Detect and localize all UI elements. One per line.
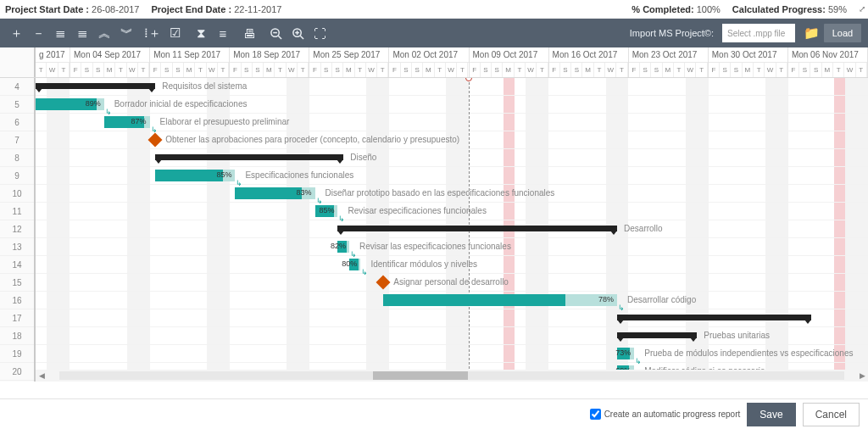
task-label: Desarrollo [624, 224, 663, 233]
row-number: 8 [0, 149, 34, 167]
row-number: 20 [0, 363, 34, 381]
task-label: Diseño [350, 153, 376, 162]
progress-pct: 85% [216, 170, 231, 179]
task-bar[interactable]: 83% [235, 187, 314, 199]
file-input[interactable]: Select .mpp file [722, 24, 795, 42]
load-button[interactable]: Load [824, 24, 861, 42]
start-date-value: 26-08-2017 [92, 4, 139, 14]
progress-pct: 87% [131, 117, 146, 125]
task-label: Revisar las especificaciones funcionales [359, 242, 511, 251]
dependency-arrow-icon: ↳ [635, 357, 642, 365]
row-number: 14 [0, 256, 34, 274]
dependency-arrow-icon: ↳ [361, 268, 368, 276]
task-label: Asignar personal de desarrollo [393, 277, 509, 287]
row-number: 4 [0, 78, 34, 96]
start-date-label: Project Start Date : [5, 4, 89, 14]
task-bar[interactable]: 82% [337, 241, 348, 253]
progress-pct: 82% [331, 242, 346, 250]
row-number: 6 [0, 114, 34, 131]
progress-pct: 73% [615, 348, 631, 357]
info-bar: Project Start Date : 26-08-2017 Project … [0, 0, 868, 19]
dependency-arrow-icon: ↳ [618, 304, 625, 312]
pct-completed-value: 100% [697, 4, 721, 14]
task-bar[interactable]: 80% [349, 259, 360, 270]
remove-icon[interactable]: － [29, 24, 47, 42]
pct-completed-label: % Completed: [632, 4, 693, 14]
collapse-icon[interactable]: ⤢ [859, 4, 863, 14]
row-number: 15 [0, 274, 34, 292]
toolbar: ＋ － ≣ ≣ ︽ ︾ ⁞＋ ☑ ⧗ ≡ 🖶 ⛶ Import MS Proje… [0, 19, 868, 47]
task-label: Borrador inicial de especificaciones [114, 99, 248, 109]
week-label: Mon 04 Sep 2017 [70, 47, 149, 63]
auto-report-checkbox[interactable]: Create an automatic progress report [590, 409, 741, 420]
auto-report-input[interactable] [590, 409, 601, 420]
progress-pct: 80% [342, 259, 357, 268]
svg-line-1 [278, 36, 281, 39]
indent-icon[interactable]: ≣ [73, 24, 92, 42]
add-column-icon[interactable]: ⁞＋ [143, 24, 162, 42]
task-label: Revisar especificaciones funcionales [348, 206, 486, 215]
move-down-icon[interactable]: ︾ [117, 24, 136, 42]
task-label: Especificaciones funcionales [245, 170, 353, 180]
week-label: Mon 25 Sep 2017 [309, 47, 388, 63]
timeline-header: g 2017TWTMon 04 Sep 2017FSSMTWTMon 11 Se… [0, 47, 868, 78]
save-button[interactable]: Save [747, 403, 795, 426]
highlight-icon[interactable]: ⧗ [192, 24, 210, 42]
summary-bar[interactable] [36, 83, 155, 89]
svg-line-4 [300, 36, 303, 39]
gantt-chart[interactable]: 4567891011121314151617181920 Requisitos … [0, 78, 868, 382]
add-icon[interactable]: ＋ [7, 24, 25, 42]
zoom-in-icon[interactable] [288, 24, 307, 42]
cancel-button[interactable]: Cancel [803, 403, 860, 426]
task-bar[interactable]: 85% [315, 205, 338, 217]
scroll-thumb[interactable] [373, 371, 467, 380]
task-label: Elaborar el presupuesto preliminar [160, 117, 290, 126]
zoom-out-icon[interactable] [266, 24, 285, 42]
row-number: 19 [0, 345, 34, 363]
progress-pct: 85% [319, 206, 334, 214]
move-up-icon[interactable]: ︽ [95, 24, 114, 42]
row-number: 18 [0, 327, 34, 345]
task-bar[interactable]: 78% [383, 294, 617, 306]
progress-pct: 89% [86, 99, 101, 108]
end-date-label: Project End Date : [151, 4, 231, 14]
print-icon[interactable]: 🖶 [240, 24, 259, 42]
task-label: Pruebas unitarias [704, 331, 770, 340]
footer-bar: Create an automatic progress report Save… [0, 398, 868, 429]
fullscreen-icon[interactable]: ⛶ [310, 24, 329, 42]
layers-icon[interactable]: ≡ [214, 24, 232, 42]
row-number: 7 [0, 131, 34, 149]
end-date-value: 22-11-2017 [234, 4, 281, 14]
summary-bar[interactable] [337, 226, 617, 231]
calc-progress-value: 59% [828, 4, 847, 14]
dependency-arrow-icon: ↳ [338, 214, 345, 223]
week-label: Mon 11 Sep 2017 [150, 47, 229, 63]
task-bar[interactable]: 73% [617, 348, 634, 359]
summary-bar[interactable] [617, 315, 811, 320]
scroll-right-icon[interactable]: ▶ [856, 371, 868, 380]
task-bar[interactable]: 85% [155, 170, 235, 181]
dependency-arrow-icon: ↳ [316, 197, 323, 205]
task-bar[interactable]: 87% [104, 116, 150, 128]
row-number: 16 [0, 292, 34, 309]
summary-bar[interactable] [155, 154, 343, 160]
week-label: Mon 09 Oct 2017 [470, 47, 548, 63]
scroll-left-icon[interactable]: ◀ [36, 371, 47, 380]
folder-icon[interactable]: 📁 [802, 24, 821, 42]
progress-pct: 78% [598, 295, 614, 304]
row-number: 11 [0, 203, 34, 220]
row-number: 5 [0, 96, 34, 114]
week-label: Mon 06 Nov 2017 [788, 47, 867, 63]
task-bar[interactable]: 89% [36, 98, 104, 110]
outdent-icon[interactable]: ≣ [51, 24, 70, 42]
summary-bar[interactable] [617, 332, 697, 338]
week-label: Mon 23 Oct 2017 [629, 47, 708, 63]
week-label: Mon 30 Oct 2017 [709, 47, 787, 63]
week-label: Mon 18 Sep 2017 [230, 47, 309, 63]
task-label: Prueba de módulos independientes vs espe… [644, 348, 853, 358]
checklist-icon[interactable]: ☑ [165, 24, 184, 42]
task-label: Identificar módulos y niveles [370, 259, 477, 269]
h-scrollbar[interactable]: ◀ ▶ [36, 370, 868, 382]
row-number: 13 [0, 238, 34, 256]
progress-pct: 83% [297, 188, 312, 197]
